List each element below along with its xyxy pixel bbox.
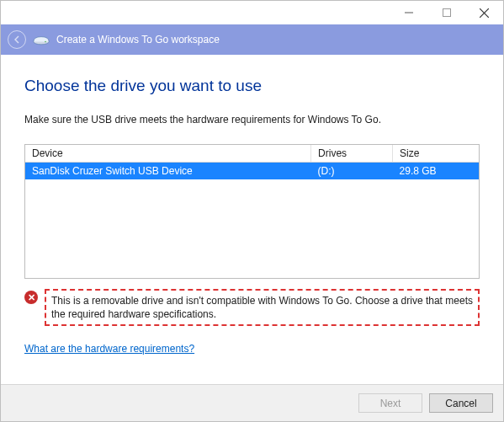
window-titlebar [1, 1, 503, 24]
column-header-device[interactable]: Device [25, 145, 311, 163]
column-header-drives[interactable]: Drives [311, 145, 393, 163]
cell-size: 29.8 GB [393, 163, 479, 180]
minimize-button[interactable] [390, 1, 427, 24]
svg-point-5 [45, 41, 46, 43]
instruction-text: Make sure the USB drive meets the hardwa… [24, 114, 480, 126]
column-header-size[interactable]: Size [393, 145, 479, 163]
wizard-footer: Next Cancel [1, 384, 503, 421]
error-text: This is a removable drive and isn't comp… [45, 289, 480, 326]
close-icon [480, 8, 489, 18]
maximize-button[interactable] [427, 1, 465, 24]
hardware-requirements-link[interactable]: What are the hardware requirements? [24, 343, 480, 355]
wizard-window: Create a Windows To Go workspace Choose … [0, 0, 504, 422]
error-message: ✕ This is a removable drive and isn't co… [24, 289, 480, 326]
next-button: Next [358, 393, 422, 413]
drive-list[interactable]: Device Drives Size SanDisk Cruzer Switch… [24, 144, 480, 279]
cell-drives: (D:) [311, 163, 393, 180]
maximize-icon [443, 8, 451, 17]
page-heading: Choose the drive you want to use [24, 77, 480, 95]
cancel-button[interactable]: Cancel [429, 393, 493, 413]
error-icon: ✕ [24, 291, 38, 304]
close-button[interactable] [465, 1, 503, 24]
drive-icon [33, 33, 50, 46]
cell-device: SanDisk Cruzer Switch USB Device [25, 163, 311, 180]
svg-rect-1 [443, 9, 450, 17]
back-button[interactable] [8, 30, 26, 49]
wizard-header: Create a Windows To Go workspace [1, 24, 503, 55]
drive-table: Device Drives Size SanDisk Cruzer Switch… [25, 145, 479, 179]
back-arrow-icon [12, 35, 22, 45]
wizard-title: Create a Windows To Go workspace [56, 34, 220, 45]
minimize-icon [405, 8, 413, 17]
table-row[interactable]: SanDisk Cruzer Switch USB Device (D:) 29… [25, 163, 479, 180]
wizard-content: Choose the drive you want to use Make su… [1, 55, 503, 384]
